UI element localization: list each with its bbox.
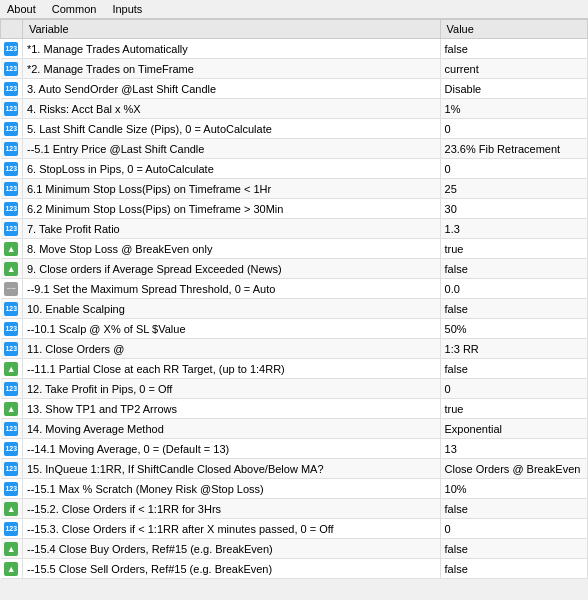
value-cell[interactable]: current: [440, 59, 587, 79]
value-cell[interactable]: false: [440, 559, 587, 579]
table-row[interactable]: 123*2. Manage Trades on TimeFramecurrent: [1, 59, 588, 79]
variable-cell: 6. StopLoss in Pips, 0 = AutoCalculate: [22, 159, 440, 179]
blue-icon: 123: [4, 382, 18, 396]
value-cell[interactable]: false: [440, 499, 587, 519]
table-row[interactable]: ~~--9.1 Set the Maximum Spread Threshold…: [1, 279, 588, 299]
menu-common[interactable]: Common: [49, 2, 100, 16]
value-cell[interactable]: 0: [440, 519, 587, 539]
icon-cell: 123: [1, 39, 23, 59]
table-row[interactable]: 123--14.1 Moving Average, 0 = (Default =…: [1, 439, 588, 459]
value-cell[interactable]: false: [440, 539, 587, 559]
table-row[interactable]: 123--15.3. Close Orders if < 1:1RR after…: [1, 519, 588, 539]
green-icon: ▲: [4, 402, 18, 416]
icon-cell: 123: [1, 119, 23, 139]
table-row[interactable]: ▲13. Show TP1 and TP2 Arrowstrue: [1, 399, 588, 419]
icon-cell: 123: [1, 159, 23, 179]
table-row[interactable]: 12310. Enable Scalpingfalse: [1, 299, 588, 319]
table-row[interactable]: 12314. Moving Average MethodExponential: [1, 419, 588, 439]
table-row[interactable]: 12311. Close Orders @1:3 RR: [1, 339, 588, 359]
blue-icon: 123: [4, 342, 18, 356]
value-cell[interactable]: 0: [440, 379, 587, 399]
table-row[interactable]: 1235. Last Shift Candle Size (Pips), 0 =…: [1, 119, 588, 139]
value-cell[interactable]: false: [440, 259, 587, 279]
icon-cell: 123: [1, 299, 23, 319]
menu-inputs[interactable]: Inputs: [109, 2, 145, 16]
value-cell[interactable]: 30: [440, 199, 587, 219]
table-row[interactable]: 123--15.1 Max % Scratch (Money Risk @Sto…: [1, 479, 588, 499]
value-cell[interactable]: 0.0: [440, 279, 587, 299]
value-cell[interactable]: true: [440, 399, 587, 419]
value-cell[interactable]: 0: [440, 159, 587, 179]
value-cell[interactable]: 1.3: [440, 219, 587, 239]
variable-cell: 9. Close orders if Average Spread Exceed…: [22, 259, 440, 279]
value-cell[interactable]: 1:3 RR: [440, 339, 587, 359]
variable-cell: 7. Take Profit Ratio: [22, 219, 440, 239]
icon-cell: 123: [1, 139, 23, 159]
col-header-value: Value: [440, 20, 587, 39]
table-row[interactable]: 1236. StopLoss in Pips, 0 = AutoCalculat…: [1, 159, 588, 179]
col-header-variable: Variable: [22, 20, 440, 39]
icon-cell: 123: [1, 179, 23, 199]
icon-cell: ▲: [1, 259, 23, 279]
value-cell[interactable]: false: [440, 39, 587, 59]
value-cell[interactable]: false: [440, 359, 587, 379]
variable-cell: --15.2. Close Orders if < 1:1RR for 3Hrs: [22, 499, 440, 519]
table-row[interactable]: ▲--15.4 Close Buy Orders, Ref#15 (e.g. B…: [1, 539, 588, 559]
variable-cell: --15.5 Close Sell Orders, Ref#15 (e.g. B…: [22, 559, 440, 579]
value-cell[interactable]: 25: [440, 179, 587, 199]
icon-cell: 123: [1, 319, 23, 339]
green-icon: ▲: [4, 242, 18, 256]
menu-about[interactable]: About: [4, 2, 39, 16]
variable-cell: 4. Risks: Acct Bal x %X: [22, 99, 440, 119]
blue-icon: 123: [4, 62, 18, 76]
table-row[interactable]: 1237. Take Profit Ratio1.3: [1, 219, 588, 239]
value-cell[interactable]: 50%: [440, 319, 587, 339]
variable-cell: *2. Manage Trades on TimeFrame: [22, 59, 440, 79]
table-row[interactable]: 12312. Take Profit in Pips, 0 = Off0: [1, 379, 588, 399]
variable-cell: --15.1 Max % Scratch (Money Risk @Stop L…: [22, 479, 440, 499]
table-row[interactable]: 12315. InQueue 1:1RR, If ShiftCandle Clo…: [1, 459, 588, 479]
table-row[interactable]: ▲--15.2. Close Orders if < 1:1RR for 3Hr…: [1, 499, 588, 519]
value-cell[interactable]: 13: [440, 439, 587, 459]
gray-icon: ~~: [4, 282, 18, 296]
icon-cell: ▲: [1, 399, 23, 419]
table-row[interactable]: 123*1. Manage Trades Automaticallyfalse: [1, 39, 588, 59]
settings-table: Variable Value 123*1. Manage Trades Auto…: [0, 19, 588, 579]
value-cell[interactable]: 10%: [440, 479, 587, 499]
blue-icon: 123: [4, 202, 18, 216]
value-cell[interactable]: Close Orders @ BreakEven: [440, 459, 587, 479]
blue-icon: 123: [4, 142, 18, 156]
value-cell[interactable]: Exponential: [440, 419, 587, 439]
icon-cell: 123: [1, 419, 23, 439]
table-row[interactable]: ▲8. Move Stop Loss @ BreakEven onlytrue: [1, 239, 588, 259]
icon-cell: ▲: [1, 499, 23, 519]
table-row[interactable]: 123--5.1 Entry Price @Last Shift Candle2…: [1, 139, 588, 159]
value-cell[interactable]: Disable: [440, 79, 587, 99]
value-cell[interactable]: 1%: [440, 99, 587, 119]
value-cell[interactable]: 0: [440, 119, 587, 139]
blue-icon: 123: [4, 122, 18, 136]
variable-cell: --14.1 Moving Average, 0 = (Default = 13…: [22, 439, 440, 459]
variable-cell: 13. Show TP1 and TP2 Arrows: [22, 399, 440, 419]
variable-cell: --9.1 Set the Maximum Spread Threshold, …: [22, 279, 440, 299]
variable-cell: 15. InQueue 1:1RR, If ShiftCandle Closed…: [22, 459, 440, 479]
table-row[interactable]: 1236.2 Minimum Stop Loss(Pips) on Timefr…: [1, 199, 588, 219]
table-row[interactable]: ▲--11.1 Partial Close at each RR Target,…: [1, 359, 588, 379]
value-cell[interactable]: true: [440, 239, 587, 259]
icon-cell: ▲: [1, 559, 23, 579]
table-row[interactable]: ▲9. Close orders if Average Spread Excee…: [1, 259, 588, 279]
value-cell[interactable]: 23.6% Fib Retracement: [440, 139, 587, 159]
green-icon: ▲: [4, 542, 18, 556]
icon-cell: ▲: [1, 359, 23, 379]
blue-icon: 123: [4, 442, 18, 456]
icon-cell: 123: [1, 459, 23, 479]
icon-cell: ~~: [1, 279, 23, 299]
table-row[interactable]: 1236.1 Minimum Stop Loss(Pips) on Timefr…: [1, 179, 588, 199]
table-row[interactable]: 1234. Risks: Acct Bal x %X1%: [1, 99, 588, 119]
table-row[interactable]: 123--10.1 Scalp @ X% of SL $Value50%: [1, 319, 588, 339]
table-row[interactable]: 1233. Auto SendOrder @Last Shift CandleD…: [1, 79, 588, 99]
icon-cell: 123: [1, 219, 23, 239]
variable-cell: 6.2 Minimum Stop Loss(Pips) on Timeframe…: [22, 199, 440, 219]
table-row[interactable]: ▲--15.5 Close Sell Orders, Ref#15 (e.g. …: [1, 559, 588, 579]
value-cell[interactable]: false: [440, 299, 587, 319]
